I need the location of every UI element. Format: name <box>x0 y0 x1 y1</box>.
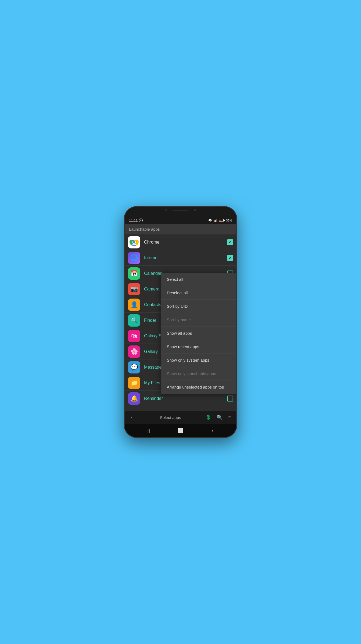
list-item[interactable]: Chrome ✓ <box>125 234 236 250</box>
power-button <box>236 247 237 262</box>
dns-icon: DNS <box>139 219 143 222</box>
speaker <box>172 210 189 211</box>
app-name: Reminder <box>144 396 227 401</box>
bottom-nav-title: Select apps <box>160 415 181 420</box>
menu-item-sort-name: Sort by name <box>161 313 236 327</box>
battery-icon <box>219 219 225 222</box>
calendar-app-icon: 📅 <box>128 267 140 280</box>
galaxy-app-icon: 🛍 <box>128 330 140 342</box>
home-button[interactable]: ⬜ <box>176 427 185 435</box>
recents-button[interactable]: ||| <box>145 427 153 435</box>
svg-rect-2 <box>214 220 215 222</box>
bottom-nav-icons: 💲 🔍 ≡ <box>205 414 231 420</box>
finder-app-icon: 🔍 <box>128 314 140 327</box>
contacts-app-icon: 👤 <box>128 299 140 311</box>
menu-item-show-system[interactable]: Show only system apps <box>161 354 236 367</box>
phone-nav: ||| ⬜ ‹ <box>125 424 236 437</box>
app-checkbox[interactable]: ✓ <box>227 239 233 245</box>
app-name: Internet <box>144 255 227 260</box>
svg-rect-1 <box>214 221 214 222</box>
app-checkbox[interactable] <box>227 396 233 401</box>
status-time: 11:11 DNS <box>129 219 143 223</box>
camera-app-icon: 📷 <box>128 283 140 295</box>
menu-item-show-launchable: Show only launchable apps <box>161 367 236 380</box>
sensor <box>194 209 196 211</box>
wifi-icon <box>208 219 212 222</box>
status-bar: 11:11 DNS 33% <box>125 217 236 224</box>
battery-percent: 33% <box>226 219 232 222</box>
context-menu: Select all Deselect all Sort by UID Sort… <box>161 273 236 394</box>
internet-app-icon: 🌐 <box>128 252 140 264</box>
phone-screen: Launchable apps C <box>125 224 236 424</box>
menu-item-sort-uid[interactable]: Sort by UID <box>161 300 236 313</box>
notch-area <box>125 207 236 217</box>
back-nav-button[interactable]: ‹ <box>208 427 216 435</box>
front-camera <box>165 209 167 211</box>
signal-icon <box>214 219 217 222</box>
app-header-title: Launchable apps <box>129 227 160 231</box>
myfiles-app-icon: 📁 <box>128 377 140 389</box>
search-icon[interactable]: 🔍 <box>217 414 223 420</box>
menu-item-deselect-all[interactable]: Deselect all <box>161 286 236 300</box>
menu-item-arrange-unselected[interactable]: Arrange unselected apps on top <box>161 380 236 394</box>
menu-item-show-all[interactable]: Show all apps <box>161 327 236 340</box>
svg-rect-4 <box>216 219 217 222</box>
reminder-app-icon: 🔔 <box>128 392 140 405</box>
app-header: Launchable apps <box>125 224 236 234</box>
back-button[interactable]: ← <box>130 414 135 421</box>
heart-dollar-icon[interactable]: 💲 <box>205 414 211 420</box>
svg-rect-3 <box>215 220 216 222</box>
menu-icon[interactable]: ≡ <box>228 414 231 420</box>
phone-device: 11:11 DNS 33% <box>124 206 237 438</box>
menu-item-select-all[interactable]: Select all <box>161 273 236 286</box>
menu-item-show-recent[interactable]: Show recent apps <box>161 340 236 354</box>
app-name: Chrome <box>144 240 227 245</box>
chrome-app-icon <box>128 236 140 248</box>
gallery-app-icon: 🌸 <box>128 345 140 358</box>
app-checkbox[interactable]: ✓ <box>227 255 233 261</box>
svg-point-0 <box>210 221 211 222</box>
list-item[interactable]: 🌐 Internet ✓ <box>125 250 236 266</box>
status-right: 33% <box>208 219 232 222</box>
bottom-nav: ← Select apps 💲 🔍 ≡ <box>125 411 236 424</box>
svg-point-8 <box>133 241 135 243</box>
messages-app-icon: 💬 <box>128 361 140 373</box>
